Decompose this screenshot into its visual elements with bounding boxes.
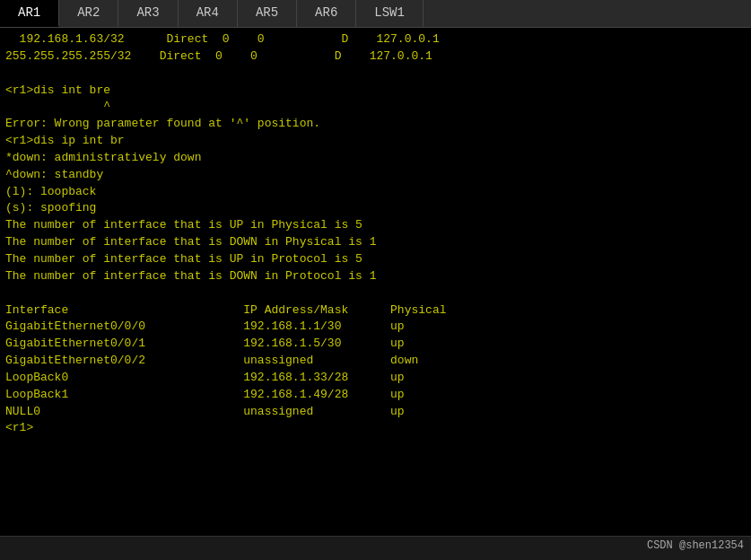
tab-lsw1[interactable]: LSW1 (356, 0, 424, 27)
tab-ar5[interactable]: AR5 (238, 0, 297, 27)
tab-ar3[interactable]: AR3 (118, 0, 178, 27)
tab-ar1[interactable]: AR1 (0, 0, 59, 27)
terminal[interactable]: 192.168.1.63/32 Direct 0 0 D 127.0.0.1 2… (0, 28, 751, 536)
status-bar: CSDN @shen12354 (0, 536, 751, 554)
tab-bar: AR1AR2AR3AR4AR5AR6LSW1 (0, 0, 751, 28)
status-text: CSDN @shen12354 (647, 539, 744, 552)
tab-ar6[interactable]: AR6 (297, 0, 356, 27)
tab-ar4[interactable]: AR4 (179, 0, 238, 27)
tab-ar2[interactable]: AR2 (59, 0, 118, 27)
